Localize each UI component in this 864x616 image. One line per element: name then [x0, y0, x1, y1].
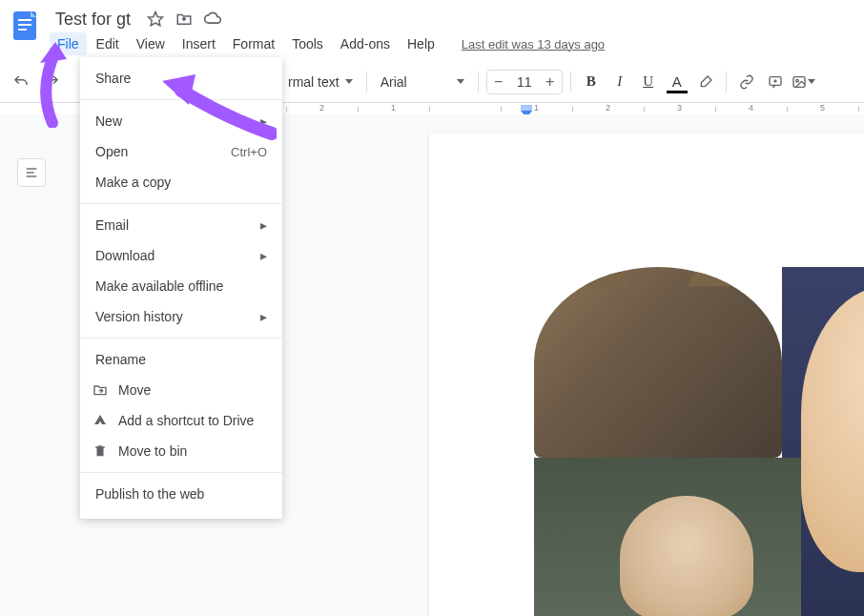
ruler-mark: 4: [715, 103, 787, 113]
outline-toggle-button[interactable]: [17, 158, 46, 187]
trash-icon: [92, 442, 109, 460]
caret-down-icon: [808, 79, 815, 84]
svg-rect-9: [521, 105, 532, 111]
submenu-arrow-icon: ▸: [260, 309, 267, 324]
insert-comment-button[interactable]: [763, 70, 788, 94]
toolbar-separator: [366, 72, 367, 92]
insert-image-button[interactable]: [792, 70, 816, 94]
menu-item-move[interactable]: Move: [80, 375, 282, 405]
folder-move-icon: [92, 381, 109, 399]
ruler-mark: 2: [572, 103, 644, 113]
svg-rect-2: [18, 24, 31, 26]
menu-help[interactable]: Help: [400, 32, 442, 55]
font-size-decrease[interactable]: −: [487, 71, 510, 93]
italic-button[interactable]: I: [607, 70, 632, 94]
annotation-arrow-share: [162, 67, 277, 143]
font-size-value[interactable]: 11: [510, 74, 539, 90]
menu-tools[interactable]: Tools: [284, 32, 331, 55]
menu-item-email[interactable]: Email▸: [80, 210, 282, 240]
menu-item-rename[interactable]: Rename: [80, 344, 282, 375]
ruler-mark: 0: [429, 103, 501, 113]
ruler-mark: 6: [858, 103, 864, 113]
menu-separator: [80, 338, 282, 339]
insert-link-button[interactable]: [734, 70, 759, 94]
star-icon[interactable]: [146, 10, 165, 29]
menu-item-offline[interactable]: Make available offline: [80, 271, 282, 301]
toolbar-separator: [478, 72, 479, 92]
toolbar-separator: [726, 72, 727, 92]
svg-marker-4: [149, 12, 163, 26]
menu-item-version-history[interactable]: Version history▸: [80, 301, 282, 332]
annotation-arrow-file: [29, 42, 76, 128]
ruler-mark: 1: [501, 103, 572, 113]
ruler-mark: 5: [787, 103, 858, 113]
toolbar-separator: [570, 72, 571, 92]
image-cat-orange-bottom[interactable]: [534, 458, 801, 616]
font-size-increase[interactable]: +: [539, 71, 562, 93]
menu-edit[interactable]: Edit: [89, 32, 127, 55]
submenu-arrow-icon: ▸: [260, 217, 267, 233]
menu-bar: File Edit View Insert Format Tools Add-o…: [50, 32, 856, 55]
caret-down-icon: [345, 79, 353, 84]
font-size-control: − 11 +: [486, 70, 563, 94]
ruler-mark: 1: [358, 103, 429, 113]
last-edit-link[interactable]: Last edit was 13 days ago: [462, 37, 605, 51]
menu-format[interactable]: Format: [225, 32, 282, 55]
svg-rect-1: [18, 19, 31, 21]
svg-rect-3: [18, 29, 27, 31]
text-color-button[interactable]: A: [665, 70, 689, 94]
image-cat-tabby[interactable]: [534, 267, 782, 458]
submenu-arrow-icon: ▸: [260, 248, 267, 263]
font-select[interactable]: Arial: [375, 72, 470, 92]
menu-item-move-to-bin[interactable]: Move to bin: [80, 436, 282, 466]
document-page[interactable]: [429, 133, 864, 616]
menu-addons[interactable]: Add-ons: [333, 32, 398, 55]
header: Test for gt File Edit View Insert Format…: [0, 0, 864, 55]
menu-insert[interactable]: Insert: [175, 32, 223, 55]
title-row: Test for gt: [50, 8, 856, 31]
menu-item-add-shortcut[interactable]: Add a shortcut to Drive: [80, 405, 282, 436]
keyboard-shortcut: Ctrl+O: [231, 145, 267, 159]
svg-marker-13: [40, 42, 67, 63]
menu-view[interactable]: View: [129, 32, 173, 55]
underline-button[interactable]: U: [636, 70, 661, 94]
drive-shortcut-icon: [92, 412, 109, 429]
highlight-button[interactable]: [693, 70, 718, 94]
paragraph-style-select[interactable]: rmal text: [282, 72, 359, 92]
caret-down-icon: [457, 79, 464, 84]
menu-item-download[interactable]: Download▸: [80, 240, 282, 271]
menu-separator: [80, 472, 282, 473]
ruler-mark: 3: [644, 103, 715, 113]
cloud-status-icon[interactable]: [203, 10, 222, 29]
menu-item-make-copy[interactable]: Make a copy: [80, 167, 282, 197]
svg-point-7: [796, 79, 799, 82]
menu-separator: [80, 203, 282, 204]
ruler-mark: 2: [286, 103, 358, 113]
doc-title[interactable]: Test for gt: [50, 8, 136, 31]
menu-item-publish[interactable]: Publish to the web: [80, 479, 282, 509]
bold-button[interactable]: B: [579, 70, 604, 94]
move-folder-icon[interactable]: [175, 10, 194, 29]
